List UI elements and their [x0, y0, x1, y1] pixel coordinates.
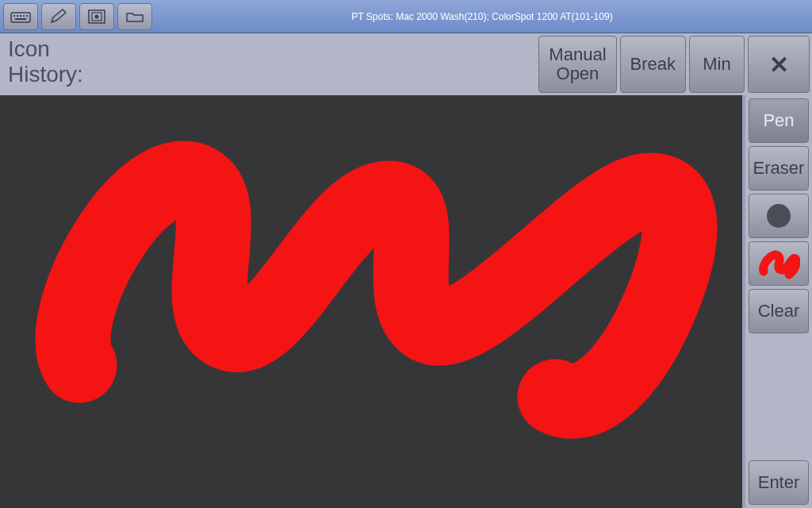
pen-tool-button[interactable]: Pen	[749, 98, 809, 143]
svg-rect-4	[23, 15, 25, 17]
svg-rect-5	[26, 15, 28, 17]
break-button[interactable]: Break	[620, 36, 686, 93]
header-right: Manual Open Break Min ✕	[538, 33, 812, 95]
manual-open-button[interactable]: Manual Open	[538, 36, 616, 93]
folder-icon	[124, 8, 145, 25]
min-button[interactable]: Min	[689, 36, 745, 93]
clear-button[interactable]: Clear	[749, 289, 809, 333]
enter-button[interactable]: Enter	[749, 460, 809, 505]
sidebar-spacer	[749, 337, 809, 457]
svg-rect-0	[11, 13, 30, 22]
scribble-icon	[757, 248, 800, 279]
close-button[interactable]: ✕	[748, 36, 810, 93]
svg-rect-2	[17, 15, 18, 17]
color-swatch-button[interactable]	[749, 241, 809, 286]
svg-rect-6	[15, 18, 26, 20]
svg-rect-3	[20, 15, 21, 17]
icon-label: Icon	[8, 37, 530, 62]
header-bar: Icon History: Manual Open Break Min ✕	[0, 33, 812, 95]
frame-icon-button[interactable]	[79, 3, 114, 30]
manual-open-line2: Open	[557, 64, 599, 83]
history-label: History:	[8, 62, 530, 87]
drawn-stroke	[0, 95, 742, 508]
dot-icon	[767, 204, 791, 228]
drawing-canvas[interactable]	[0, 95, 745, 508]
svg-rect-1	[13, 15, 15, 17]
tool-sidebar: Pen Eraser Clear Enter	[745, 95, 812, 508]
svg-point-9	[95, 14, 99, 18]
pencil-icon-button[interactable]	[41, 3, 76, 30]
pencil-icon	[48, 8, 69, 25]
folder-icon-button[interactable]	[117, 3, 152, 30]
manual-open-line1: Manual	[549, 45, 606, 64]
keyboard-icon	[10, 8, 31, 25]
eraser-tool-button[interactable]: Eraser	[749, 146, 809, 190]
window-title: PT Spots: Mac 2000 Wash(210); ColorSpot …	[155, 11, 809, 22]
keyboard-icon-button[interactable]	[3, 3, 38, 30]
close-icon: ✕	[769, 52, 789, 78]
title-bar: PT Spots: Mac 2000 Wash(210); ColorSpot …	[0, 0, 812, 33]
brush-size-button[interactable]	[749, 194, 809, 238]
main-area: Pen Eraser Clear Enter	[0, 95, 812, 508]
header-left: Icon History:	[0, 33, 538, 95]
frame-icon	[86, 8, 107, 25]
